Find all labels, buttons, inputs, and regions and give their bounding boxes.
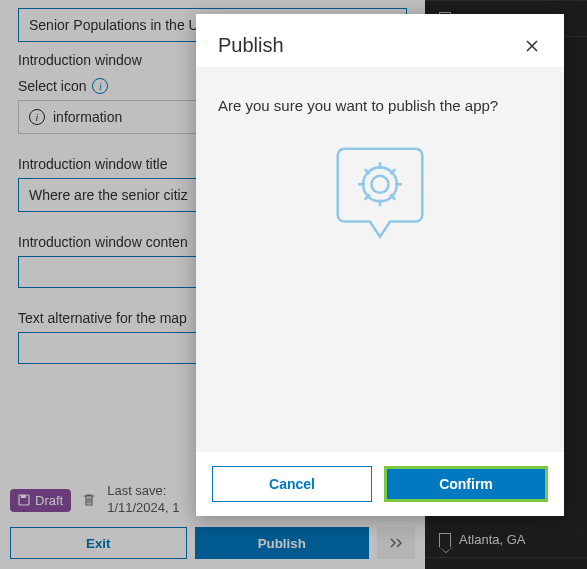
gear-illustration-icon bbox=[325, 142, 435, 252]
confirm-button[interactable]: Confirm bbox=[387, 469, 545, 499]
svg-point-2 bbox=[372, 176, 389, 193]
confirm-button-highlight: Confirm bbox=[384, 466, 548, 502]
cancel-button[interactable]: Cancel bbox=[212, 466, 372, 502]
modal-title: Publish bbox=[218, 34, 284, 57]
publish-modal: Publish Are you sure you want to publish… bbox=[196, 14, 564, 516]
close-button[interactable] bbox=[522, 36, 542, 56]
modal-message: Are you sure you want to publish the app… bbox=[218, 97, 542, 114]
svg-point-3 bbox=[363, 167, 397, 201]
close-icon bbox=[524, 38, 540, 54]
